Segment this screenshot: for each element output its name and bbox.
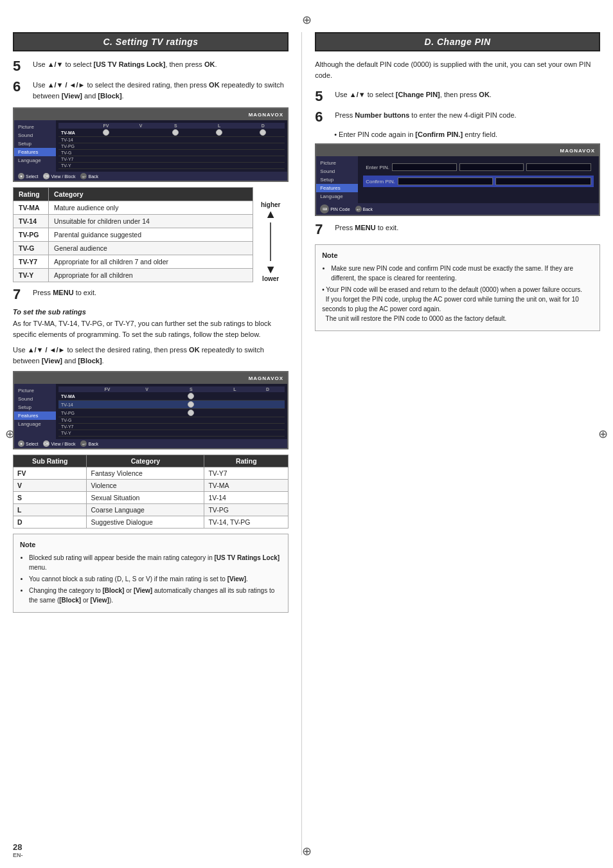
tv-btn-select-2: ● Select xyxy=(18,440,38,447)
tv-select-label-2: Select xyxy=(26,442,38,446)
tv-row-pg-1: TV-PG xyxy=(58,143,285,150)
tv2-row-14: TV-14 xyxy=(58,401,285,409)
note-item-2: You cannot block a sub rating (D, L, S o… xyxy=(29,574,281,584)
col-l-1: L xyxy=(197,123,241,129)
tv-top-bar-1: MAGNAVOX xyxy=(14,109,287,120)
col-fv-2: FV xyxy=(84,386,130,392)
note-item-1: Blocked sub rating will appear beside th… xyxy=(29,553,281,572)
step-7-left: 7 Press MENU to exit. xyxy=(13,287,289,302)
sub-ratings-instruction: Use ▲/▼ / ◄/► to select the desired rati… xyxy=(13,345,289,366)
step-6-num: 6 xyxy=(13,80,29,94)
step-7-right-text: Press MENU to exit. xyxy=(335,222,600,233)
step-6-key: ▲/▼ / ◄/► xyxy=(48,81,85,89)
tv-ok-circle-2: OK xyxy=(43,440,49,447)
sub-ratings-heading: To set the sub ratings xyxy=(13,308,289,316)
compass-top-icon: ⊕ xyxy=(302,14,312,26)
step-7-menu: MENU xyxy=(53,289,73,296)
enter-pin-input2 xyxy=(459,163,524,171)
step-6-right-text: Press Number buttons to enter the new 4-… xyxy=(335,110,600,121)
intro-text: Although the default PIN code (0000) is … xyxy=(315,59,600,80)
tv-ratings-table-2: FV V S L D TV-MA xyxy=(58,386,285,437)
step-5-text: Use ▲/▼ to select [US TV Ratings Lock], … xyxy=(33,59,289,70)
col-s-1: S xyxy=(154,123,197,129)
tv-menu-setup-2: Setup xyxy=(14,403,56,411)
tv-row-14-1: TV-14 xyxy=(58,137,285,143)
section-c-title: C. Setting TV ratings xyxy=(103,37,198,47)
tv-back-label-2: Back xyxy=(88,442,98,446)
sub-block: [Block] xyxy=(78,357,102,365)
note-box-left: Note Blocked sub rating will appear besi… xyxy=(13,534,289,613)
pin-confirm-row: Confirm PIN. xyxy=(363,176,594,187)
tv2-icon-ma-s xyxy=(188,393,194,399)
col-fv-1: FV xyxy=(84,123,128,129)
arrow-up-icon: ▲ xyxy=(265,208,276,220)
tv-menu-language-2: Language xyxy=(14,420,56,428)
higher-lower-container: higher ▲ ▼ lower xyxy=(254,201,287,282)
tv-screen-1: MAGNAVOX Picture Sound Setup Features La… xyxy=(13,107,289,182)
arrow-down-icon: ▼ xyxy=(265,264,276,275)
tv-r-features: Features xyxy=(316,184,358,192)
tv-pincode-circle: ⌨ xyxy=(320,204,329,213)
section-header-d: D. Change PIN xyxy=(315,32,600,51)
rating-col-header: Rating xyxy=(13,188,49,201)
tv-back-circle-right: ↩ xyxy=(355,206,362,212)
rating-row-g: TV-G General audience xyxy=(13,242,253,255)
step-6-right: 6 Press Number buttons to enter the new … xyxy=(315,110,600,124)
sub-row-v: V Violence TV-MA xyxy=(13,480,289,492)
page-num-sub: EN- xyxy=(13,852,23,858)
page-number: 28 EN- xyxy=(13,842,23,858)
magnavox-logo-2: MAGNAVOX xyxy=(249,375,284,381)
tv-icon-ma-d xyxy=(260,129,266,136)
tv-screen-2: MAGNAVOX Picture Sound Setup Features La… xyxy=(13,371,289,449)
tv-menu-sound-1: Sound xyxy=(14,131,56,140)
tv-menu-features-1: Features xyxy=(14,148,56,156)
tv2-row-y: TV-Y xyxy=(58,430,285,437)
tv-view-label-2: View / Block xyxy=(51,442,75,446)
sub-view: [View] xyxy=(42,357,62,365)
rating-row-y: TV-Y Appropriate for all children xyxy=(13,269,253,282)
magnavox-logo-1: MAGNAVOX xyxy=(249,112,284,118)
rating-row-14: TV-14 Unsuitable for children under 14 xyxy=(13,215,253,228)
tv-pincode-label: PIN Code xyxy=(330,207,350,212)
step-6-ok: OK xyxy=(209,81,220,89)
tv-content-2: FV V S L D TV-MA xyxy=(56,384,287,439)
rating-table-container: Rating Category TV-MA Mature audience on… xyxy=(13,187,253,282)
col-v-1: V xyxy=(128,123,154,129)
step-5-left: 5 Use ▲/▼ to select [US TV Ratings Lock]… xyxy=(13,59,289,73)
col-d-2: D xyxy=(251,386,285,392)
tv-bottom-2: ● Select OK View / Block ↩ Back xyxy=(14,439,287,448)
tv-content-1: FV V S L D TV-MA xyxy=(56,120,287,172)
tv-back-label-1: Back xyxy=(88,174,98,179)
sub-col-header: Sub Rating xyxy=(13,455,87,467)
tv-select-circle-2: ● xyxy=(18,440,24,447)
confirm-pin-text: Confirm PIN. xyxy=(366,179,395,185)
enter-pin-text: Enter PIN. xyxy=(366,165,389,170)
step-5-right: 5 Use ▲/▼ to select [Change PIN], then p… xyxy=(315,89,600,104)
col-s-2: S xyxy=(163,386,218,392)
tv-row-ma-1: TV-MA xyxy=(58,129,285,137)
tv-r-sound: Sound xyxy=(316,167,358,176)
note-r-item-1: Make sure new PIN code and confirm PIN c… xyxy=(331,264,593,283)
enter-pin-input xyxy=(392,163,457,171)
tv-row-y-1: TV-Y xyxy=(58,163,285,169)
note-list-right: Make sure new PIN code and confirm PIN c… xyxy=(322,264,593,323)
note-title-left: Note xyxy=(20,539,281,550)
tv-ok-circle-1: OK xyxy=(43,173,49,179)
tv-menu-language-1: Language xyxy=(14,156,56,165)
tv-r-picture: Picture xyxy=(316,159,358,167)
tv2-row-g: TV-G xyxy=(58,417,285,424)
compass-right-icon: ⊕ xyxy=(598,428,608,440)
confirm-pin-bullet: • Enter PIN code again in [Confirm PIN.]… xyxy=(334,131,600,138)
tv-back-circle-2: ↩ xyxy=(80,440,87,447)
tv-btn-back-1: ↩ Back xyxy=(80,173,98,179)
compass-bottom-icon: ⊕ xyxy=(302,845,312,858)
tv-bottom-1: ● Select OK View / Block ↩ Back xyxy=(14,172,287,181)
tv-btn-back-2: ↩ Back xyxy=(80,440,98,447)
tv-menu-picture-1: Picture xyxy=(14,123,56,131)
step-5-ok: OK xyxy=(204,60,215,68)
tv-icon-ma-l xyxy=(216,129,222,136)
note-box-right: Note Make sure new PIN code and confirm … xyxy=(315,244,600,331)
enter-pin-input3 xyxy=(526,163,591,171)
sub-rating-header: Rating xyxy=(204,455,289,467)
tv-icon-ma-fv xyxy=(103,129,109,136)
